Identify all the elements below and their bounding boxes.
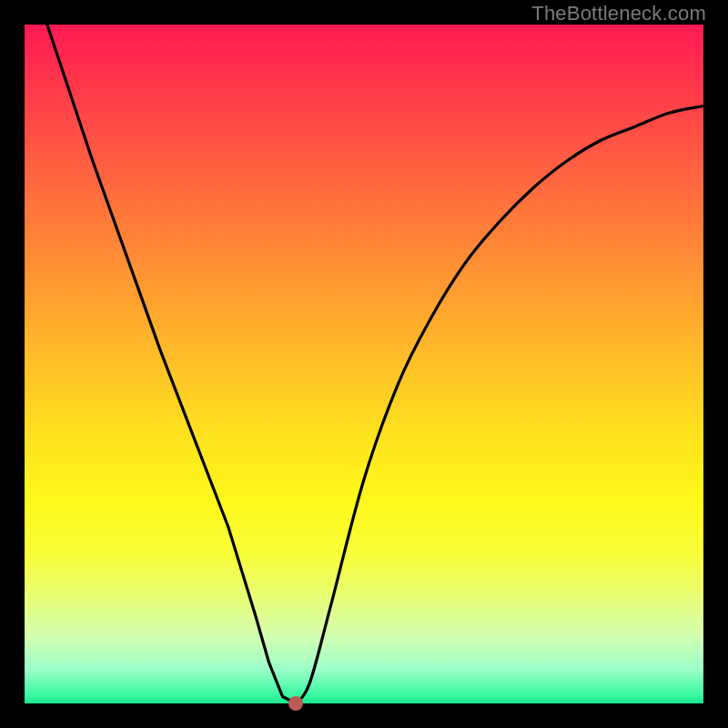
curve-path [25, 0, 703, 703]
chart-frame: TheBottleneck.com [0, 0, 728, 728]
watermark-text: TheBottleneck.com [531, 2, 706, 25]
minimum-marker-dot [288, 696, 303, 711]
bottleneck-curve [25, 25, 703, 703]
plot-area [25, 25, 703, 703]
